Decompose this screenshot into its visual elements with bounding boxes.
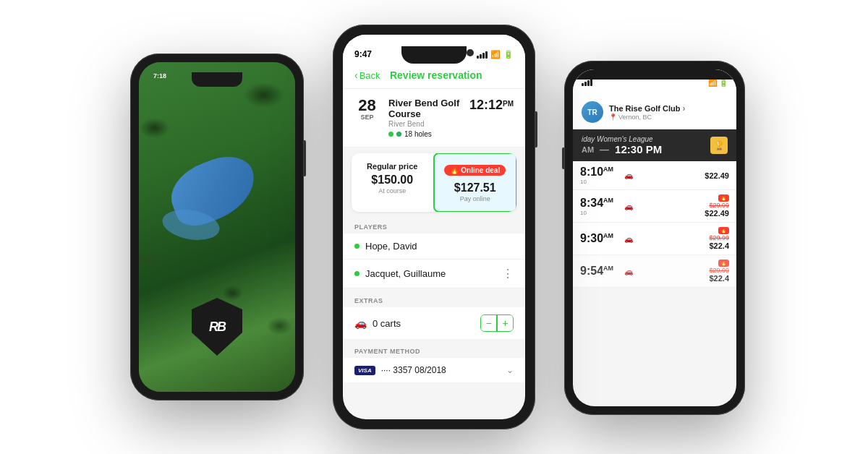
- nav-bar: ‹ Back Review reservation: [343, 64, 525, 89]
- deal-price-4: $22.4: [693, 274, 729, 283]
- time-1: 8:10AM: [580, 166, 620, 179]
- player-item-2: Jacquet, Guillaume ⋮: [343, 260, 525, 288]
- card-info: ···· 3357 08/2018: [381, 365, 501, 375]
- right-course-location: 📍 Vernon, BC: [609, 113, 728, 121]
- cart-item: 🚗 0 carts − +: [343, 307, 525, 339]
- player-name-2: Jacquet, Guillaume: [365, 268, 496, 279]
- player-dot-2: [354, 271, 359, 276]
- course-location: River Bend: [388, 120, 461, 128]
- player-dot-1: [354, 244, 359, 249]
- screen-center: 9:47 📶 🔋 ‹ Back Re: [343, 35, 525, 419]
- booking-time: 12:12 PM: [469, 98, 514, 113]
- online-deal-badge: 🔥 Online deal: [444, 165, 506, 176]
- time-2: 8:34AM: [580, 197, 620, 210]
- notch-right: [573, 69, 736, 80]
- shield-letters: RB: [209, 320, 225, 335]
- regular-price-amount: $150.00: [359, 174, 426, 187]
- deal-price-3: $22.4: [693, 241, 729, 250]
- pricing-row: Regular price $150.00 At course 🔥 Online…: [352, 153, 516, 212]
- regular-price-option[interactable]: Regular price $150.00 At course: [352, 153, 434, 212]
- cart-icon-3: 🚗: [624, 235, 633, 243]
- deal-badge-4: 🔥: [718, 260, 729, 267]
- dot-green-1: [388, 132, 393, 137]
- time-pm: PM: [503, 100, 514, 108]
- qty-plus-button[interactable]: +: [497, 315, 513, 331]
- tee-time-row-1[interactable]: 8:10AM 10 🚗 $22.49: [573, 161, 736, 190]
- battery-icon: 🔋: [503, 50, 514, 59]
- wifi-icon: 📶: [490, 50, 501, 59]
- cart-icon-2: 🚗: [624, 202, 633, 210]
- flame-icon: 🔥: [450, 166, 459, 174]
- count-2: 10: [580, 210, 620, 216]
- status-bar-left: 7:18: [153, 72, 166, 80]
- banner-dash: —: [600, 144, 609, 155]
- tee-time-row-2[interactable]: 8:34AM 10 🚗 🔥 $29.99 $22.49: [573, 190, 736, 223]
- pricing-section: Regular price $150.00 At course 🔥 Online…: [352, 153, 516, 212]
- visa-badge: VISA: [354, 366, 375, 375]
- extras-section: EXTRAS 🚗 0 carts − +: [343, 291, 525, 339]
- strike-price-4: $29.99: [693, 267, 729, 274]
- player-name-1: Hope, David: [365, 241, 514, 252]
- online-price-amount: $127.51: [442, 181, 509, 194]
- notch-left: [192, 72, 242, 87]
- tee-time-row-3[interactable]: 9:30AM 🚗 🔥 $29.99 $22.4: [573, 223, 736, 255]
- right-course-header: TR The Rise Golf Club › 📍 Vernon, BC: [573, 95, 736, 129]
- dot-green-2: [396, 132, 401, 137]
- price-col-3: 🔥 $29.99 $22.4: [693, 227, 729, 250]
- trophy-icon: 🏆: [710, 137, 728, 154]
- price-col-4: 🔥 $29.99 $22.4: [693, 260, 729, 283]
- count-1: 10: [580, 179, 620, 185]
- online-price-sub: Pay online: [442, 195, 509, 202]
- cart-icon-4: 🚗: [624, 267, 633, 275]
- side-button-left-phone: [304, 140, 306, 176]
- banner-end: 12:30 PM: [615, 143, 662, 155]
- right-course-chevron: ›: [682, 103, 685, 113]
- bar1: [477, 56, 479, 59]
- status-icons: 📶 🔋: [477, 50, 514, 59]
- course-info-right: The Rise Golf Club › 📍 Vernon, BC: [609, 103, 728, 121]
- payment-section-label: PAYMENT METHOD: [343, 342, 525, 358]
- back-button[interactable]: ‹ Back: [354, 69, 380, 81]
- screen-right: 📶 🔋 TR The Rise Golf Club › 📍 Vernon, BC: [573, 69, 736, 406]
- league-banner: iday Women's League AM — 12:30 PM 🏆: [573, 129, 736, 161]
- deal-badge-3: 🔥: [718, 227, 729, 234]
- players-section-label: PLAYERS: [343, 218, 525, 234]
- tee-times-list: 8:10AM 10 🚗 $22.49 8:34AM 10 🚗: [573, 161, 736, 288]
- date-block: 28 SEP: [354, 98, 380, 121]
- right-wifi-icon: 📶: [708, 79, 717, 87]
- course-avatar: TR: [582, 101, 603, 123]
- right-course-name: The Rise Golf Club ›: [609, 103, 728, 113]
- rbar3: [587, 80, 590, 86]
- side-button-center: [535, 111, 537, 147]
- phones-container: 7:18 RB 9:47: [109, 25, 760, 429]
- banner-start: AM: [582, 145, 594, 154]
- logo-shield: RB: [192, 298, 242, 356]
- regular-price-label: Regular price: [359, 162, 426, 171]
- cart-icon-1: 🚗: [624, 171, 633, 179]
- player-menu-icon[interactable]: ⋮: [502, 267, 514, 280]
- strike-price-2: $29.99: [693, 202, 729, 209]
- regular-price-sub: At course: [359, 187, 426, 194]
- tee-time-row-4[interactable]: 9:54AM 🚗 🔥 $29.99 $22.4: [573, 255, 736, 288]
- phone-left: 7:18 RB: [130, 53, 304, 401]
- date-day: 28: [354, 98, 380, 113]
- booking-info: River Bend Golf Course River Bend 18 hol…: [388, 98, 461, 138]
- price-1: $22.49: [693, 171, 729, 180]
- online-price-option[interactable]: 🔥 Online deal $127.51 Pay online: [433, 153, 517, 212]
- time-3: 9:30AM: [580, 232, 620, 245]
- camera: [467, 49, 474, 56]
- qty-minus-button[interactable]: −: [481, 315, 497, 331]
- bar4: [485, 51, 488, 59]
- price-col-1: $22.49: [693, 171, 729, 180]
- payment-item[interactable]: VISA ···· 3357 08/2018 ⌄: [343, 358, 525, 382]
- payment-section: PAYMENT METHOD VISA ···· 3357 08/2018 ⌄: [343, 342, 525, 382]
- extras-section-label: EXTRAS: [343, 291, 525, 307]
- rbar2: [584, 82, 587, 86]
- holes-info: 18 holes: [388, 130, 461, 138]
- time-4: 9:54AM: [580, 265, 620, 278]
- player-item-1: Hope, David: [343, 234, 525, 260]
- deal-badge-2: 🔥: [718, 194, 729, 202]
- nav-title: Review reservation: [380, 69, 492, 81]
- date-month: SEP: [354, 113, 380, 121]
- signal-bars: [477, 51, 488, 59]
